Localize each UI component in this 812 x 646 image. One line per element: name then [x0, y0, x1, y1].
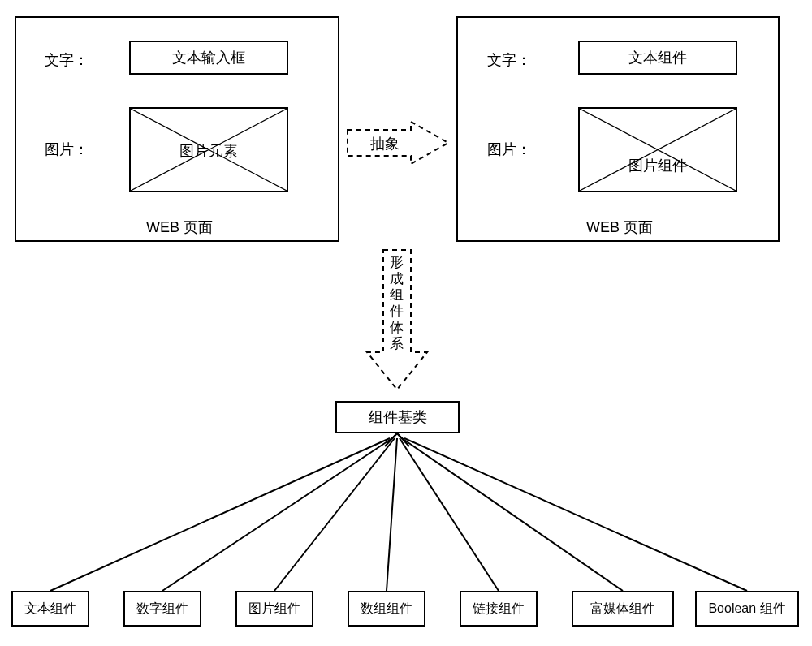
- left-image-element-box: 图片元素: [129, 107, 288, 192]
- leaf-richmedia-component: 富媒体组件: [572, 591, 674, 627]
- right-image-component-box: 图片组件: [578, 107, 737, 192]
- leaf-label: 数字组件: [136, 601, 188, 618]
- system-arrow-char: 系: [390, 336, 404, 352]
- svg-line-4: [50, 438, 390, 591]
- leaf-label: 数组组件: [361, 601, 412, 618]
- leaf-label: 文本组件: [24, 601, 76, 618]
- system-arrow-label: 形 成 组 件 体 系: [390, 255, 404, 352]
- svg-line-10: [404, 438, 747, 591]
- system-arrow-char: 成: [390, 271, 404, 287]
- leaf-link-component: 链接组件: [460, 591, 538, 627]
- right-image-label: 图片：: [487, 140, 531, 159]
- leaf-array-component: 数组组件: [348, 591, 425, 627]
- leaf-label: 富媒体组件: [590, 601, 655, 618]
- left-text-input-label: 文本输入框: [172, 48, 245, 67]
- right-text-component-label: 文本组件: [628, 48, 687, 67]
- left-panel-caption: WEB 页面: [146, 217, 213, 237]
- leaf-image-component: 图片组件: [235, 591, 313, 627]
- cross-icon: [580, 109, 736, 191]
- leaf-label: 链接组件: [473, 601, 525, 618]
- leaf-boolean-component: Boolean 组件: [695, 591, 799, 627]
- svg-line-6: [274, 438, 395, 591]
- right-text-component-box: 文本组件: [578, 41, 737, 75]
- left-image-element-label: 图片元素: [131, 141, 287, 161]
- left-text-input-box: 文本输入框: [129, 41, 288, 75]
- leaf-label: 图片组件: [248, 601, 300, 618]
- left-image-label: 图片：: [45, 140, 89, 159]
- svg-line-7: [387, 438, 397, 591]
- leaf-number-component: 数字组件: [123, 591, 201, 627]
- svg-line-5: [162, 438, 392, 591]
- right-text-label: 文字：: [487, 50, 531, 70]
- leaf-label: Boolean 组件: [708, 601, 785, 618]
- system-arrow-char: 形: [390, 255, 404, 271]
- component-base-class-box: 组件基类: [335, 401, 460, 433]
- svg-line-8: [400, 438, 499, 591]
- left-text-label: 文字：: [45, 50, 89, 70]
- leaf-text-component: 文本组件: [11, 591, 89, 627]
- system-arrow-char: 组: [390, 287, 404, 304]
- abstract-arrow-label: 抽象: [370, 134, 400, 153]
- system-arrow-char: 件: [390, 304, 404, 320]
- component-base-class-label: 组件基类: [369, 407, 427, 427]
- system-arrow-char: 体: [390, 320, 404, 336]
- svg-line-9: [402, 438, 623, 591]
- right-panel-caption: WEB 页面: [586, 217, 653, 237]
- right-image-component-label: 图片组件: [580, 156, 736, 175]
